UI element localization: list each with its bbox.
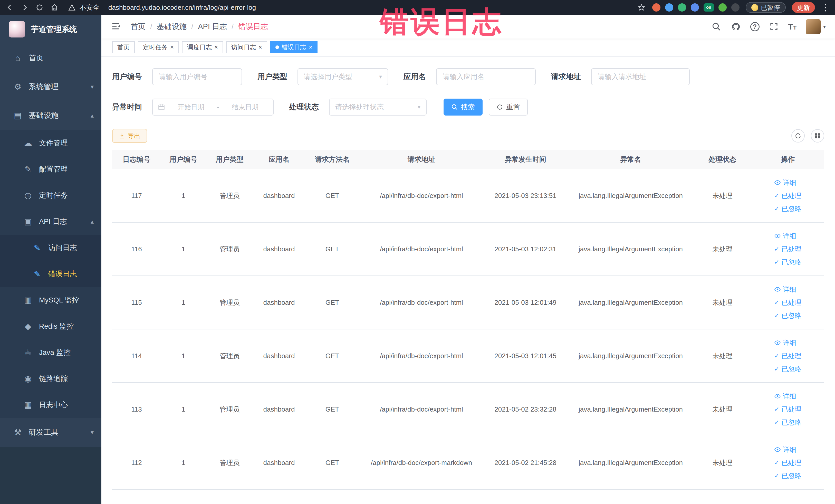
tab-job-log[interactable]: 调度日志× bbox=[182, 41, 223, 53]
sidebar-item-dev-tools[interactable]: ⚒研发工具▾ bbox=[0, 418, 101, 447]
close-icon[interactable]: × bbox=[309, 44, 312, 50]
hamburger-icon[interactable] bbox=[110, 22, 122, 32]
bookmark-star-icon[interactable] bbox=[637, 3, 646, 12]
detail-link[interactable]: 详细 bbox=[774, 231, 796, 241]
sidebar-item-job[interactable]: ◷定时任务 bbox=[0, 182, 101, 208]
breadcrumb-item[interactable]: API 日志 bbox=[198, 22, 227, 32]
action-label: 已忽略 bbox=[781, 418, 801, 427]
sidebar-item-trace[interactable]: ◉链路追踪 bbox=[0, 366, 101, 392]
processed-link[interactable]: ✓已处理 bbox=[774, 298, 801, 307]
ignored-link[interactable]: ✓已忽略 bbox=[774, 258, 801, 267]
sidebar-item-home[interactable]: ⌂首页 bbox=[0, 44, 101, 73]
gear-icon: ⚙ bbox=[12, 82, 24, 92]
url-text[interactable]: dashboard.yudao.iocoder.cn/infra/log/api… bbox=[108, 4, 256, 12]
ignored-link[interactable]: ✓已忽略 bbox=[774, 365, 801, 374]
search-icon[interactable] bbox=[711, 22, 721, 32]
address-bar[interactable]: 不安全 dashboard.yudao.iocoder.cn/infra/log… bbox=[68, 3, 631, 12]
processed-link[interactable]: ✓已处理 bbox=[774, 351, 801, 361]
breadcrumb-item[interactable]: 首页 bbox=[131, 22, 145, 32]
sidebar-item-access-log[interactable]: ✎访问日志 bbox=[0, 235, 101, 261]
logo[interactable]: 芋道管理系统 bbox=[0, 15, 101, 44]
processed-link[interactable]: ✓已处理 bbox=[774, 245, 801, 254]
detail-link[interactable]: 详细 bbox=[774, 445, 796, 454]
ignored-link[interactable]: ✓已忽略 bbox=[774, 471, 801, 480]
sidebar-item-file[interactable]: ☁文件管理 bbox=[0, 130, 101, 156]
extension-orange-icon[interactable] bbox=[652, 3, 660, 12]
sidebar-item-java[interactable]: ☕Java 监控 bbox=[0, 339, 101, 366]
sidebar-item-infra[interactable]: ▤基础设施▴ bbox=[0, 101, 101, 130]
help-icon[interactable]: ? bbox=[750, 22, 759, 31]
column-header: 请求方法名 bbox=[305, 150, 360, 169]
sidebar: 芋道管理系统 ⌂首页⚙系统管理▾▤基础设施▴☁文件管理✎配置管理◷定时任务▣AP… bbox=[0, 15, 101, 504]
check-icon: ✓ bbox=[774, 419, 779, 425]
reload-icon[interactable] bbox=[35, 3, 44, 12]
processed-link[interactable]: ✓已处理 bbox=[774, 458, 801, 467]
processed-link[interactable]: ✓已处理 bbox=[774, 405, 801, 414]
sidebar-item-error-log[interactable]: ✎错误日志 bbox=[0, 261, 101, 287]
ignored-link[interactable]: ✓已忽略 bbox=[774, 311, 801, 320]
tools-icon: ⚒ bbox=[12, 427, 24, 437]
detail-link[interactable]: 详细 bbox=[774, 285, 796, 294]
browser-menu-icon[interactable]: ⋮ bbox=[821, 2, 830, 13]
columns-button[interactable] bbox=[811, 129, 824, 142]
forward-icon[interactable] bbox=[20, 3, 29, 12]
action-label: 详细 bbox=[783, 285, 796, 294]
extension-dark-icon[interactable] bbox=[731, 3, 739, 12]
font-size-icon[interactable]: TT bbox=[788, 22, 796, 32]
close-icon[interactable]: × bbox=[214, 44, 218, 50]
app-name-input[interactable] bbox=[436, 68, 536, 85]
detail-link[interactable]: 详细 bbox=[774, 338, 796, 347]
extension-blue-grid-icon[interactable] bbox=[691, 3, 699, 12]
extension-blue-drop-icon[interactable] bbox=[665, 3, 673, 12]
sidebar-item-label: 访问日志 bbox=[48, 243, 77, 253]
process-status-select[interactable]: 请选择处理状态 ▾ bbox=[329, 99, 427, 116]
github-icon[interactable] bbox=[731, 22, 741, 32]
home-nav-icon[interactable] bbox=[50, 3, 59, 12]
reset-button[interactable]: 重置 bbox=[489, 99, 528, 116]
browser-toolbar: 不安全 dashboard.yudao.iocoder.cn/infra/log… bbox=[0, 0, 835, 15]
tab-error-log[interactable]: 错误日志× bbox=[270, 41, 318, 53]
back-icon[interactable] bbox=[5, 3, 14, 12]
sidebar-item-redis[interactable]: ◆Redis 监控 bbox=[0, 313, 101, 339]
paused-badge[interactable]: 已暂停 bbox=[746, 2, 786, 13]
update-button[interactable]: 更新 bbox=[792, 2, 815, 13]
eye-icon bbox=[774, 446, 781, 453]
user-menu[interactable]: ▾ bbox=[806, 19, 826, 34]
request-url-input[interactable] bbox=[591, 68, 690, 85]
breadcrumb-item[interactable]: 基础设施 bbox=[157, 22, 187, 32]
sidebar-item-log-center[interactable]: ▦日志中心 bbox=[0, 392, 101, 418]
logo-avatar bbox=[9, 21, 25, 38]
sidebar-item-config[interactable]: ✎配置管理 bbox=[0, 156, 101, 182]
tab-access-log[interactable]: 访问日志× bbox=[226, 41, 267, 53]
date-range-picker[interactable]: 开始日期 - 结束日期 bbox=[152, 99, 273, 116]
export-button[interactable]: 导出 bbox=[112, 129, 147, 143]
ignored-link[interactable]: ✓已忽略 bbox=[774, 418, 801, 427]
detail-link[interactable]: 详细 bbox=[774, 392, 796, 401]
security-label: 不安全 bbox=[80, 3, 100, 12]
tab-home[interactable]: 首页 bbox=[112, 41, 135, 53]
table-cell: 管理员 bbox=[206, 383, 253, 436]
close-icon[interactable]: × bbox=[259, 44, 262, 50]
user-type-select[interactable]: 请选择用户类型 ▾ bbox=[298, 68, 388, 85]
table-cell: 115 bbox=[112, 276, 161, 329]
close-icon[interactable]: × bbox=[170, 44, 174, 50]
filter-row-1: 用户编号 用户类型 请选择用户类型 ▾ 应用名 bbox=[112, 68, 824, 85]
processed-link[interactable]: ✓已处理 bbox=[774, 191, 801, 200]
extension-leaf-icon[interactable] bbox=[718, 3, 727, 12]
eye-icon bbox=[774, 393, 781, 400]
refresh-button[interactable] bbox=[791, 129, 805, 142]
extension-green-icon[interactable] bbox=[678, 3, 686, 12]
breadcrumb: 首页/基础设施/API 日志/错误日志 bbox=[131, 22, 268, 32]
sidebar-item-api-log[interactable]: ▣API 日志▴ bbox=[0, 208, 101, 235]
extension-on-badge-icon[interactable]: on bbox=[704, 3, 714, 12]
sidebar-item-mysql[interactable]: ▥MySQL 监控 bbox=[0, 287, 101, 313]
sidebar-item-system[interactable]: ⚙系统管理▾ bbox=[0, 73, 101, 101]
ignored-link[interactable]: ✓已忽略 bbox=[774, 204, 801, 213]
detail-link[interactable]: 详细 bbox=[774, 178, 796, 187]
user-id-input[interactable] bbox=[152, 68, 242, 85]
fullscreen-icon[interactable] bbox=[769, 22, 779, 32]
search-button[interactable]: 搜索 bbox=[444, 99, 483, 116]
page-header: 首页/基础设施/API 日志/错误日志 ? TT ▾ bbox=[101, 15, 835, 39]
column-header: 异常发生时间 bbox=[483, 150, 568, 169]
tab-job[interactable]: 定时任务× bbox=[138, 41, 179, 53]
